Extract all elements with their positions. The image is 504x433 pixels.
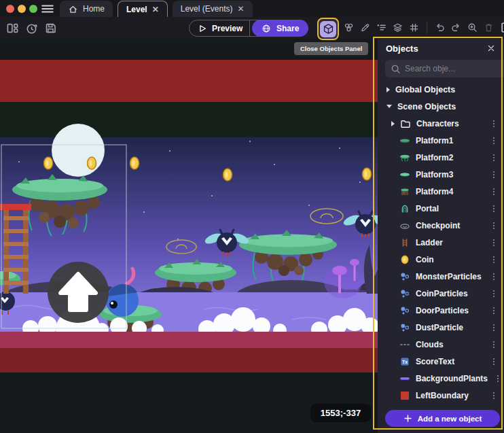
object-label: MonsterParticles [416, 272, 482, 281]
share-button[interactable]: Share [252, 20, 308, 37]
tab-home[interactable]: Home [60, 1, 113, 17]
row-menu-icon[interactable] [489, 289, 499, 298]
row-menu-icon[interactable] [489, 204, 499, 213]
object-label: Platform2 [416, 153, 453, 162]
object-row-platform1[interactable]: Platform1 [378, 132, 504, 149]
history-icon[interactable] [25, 22, 38, 35]
close-panel-icon[interactable] [486, 44, 496, 53]
row-menu-icon[interactable] [489, 136, 499, 145]
titlebar: Home Level ✕ Level (Events) ✕ [0, 0, 504, 17]
text-icon: Tx [399, 356, 410, 367]
row-menu-icon[interactable] [489, 272, 499, 281]
row-menu-icon[interactable] [489, 238, 499, 247]
row-menu-icon[interactable] [489, 340, 499, 349]
platform-block-icon [399, 186, 410, 197]
coin [223, 169, 232, 181]
edit-scene-icon[interactable] [500, 22, 504, 33]
panel-layout-icon[interactable] [6, 22, 19, 35]
caret-right-icon[interactable] [386, 87, 390, 92]
caret-down-icon[interactable] [386, 105, 392, 108]
menu-icon[interactable] [41, 3, 54, 15]
object-label: Ladder [416, 238, 443, 247]
redo-icon[interactable] [451, 22, 461, 33]
object-label: Characters [416, 119, 459, 128]
particles-icon [399, 271, 410, 282]
row-menu-icon[interactable] [489, 357, 499, 366]
coin [88, 157, 96, 169]
close-tab-icon[interactable]: ✕ [152, 5, 159, 14]
object-groups-icon[interactable] [344, 22, 354, 33]
trash-icon[interactable] [484, 22, 494, 33]
traffic-light-maximize[interactable] [29, 5, 37, 13]
gdevelop-window: 1553;-337 Home Level ✕ Level (Events) ✕ [0, 0, 504, 433]
tree-group-scene-objects[interactable]: Scene Objects [378, 98, 504, 115]
tab-strip: Home Level ✕ Level (Events) ✕ [60, 0, 253, 17]
row-menu-icon[interactable] [489, 187, 499, 196]
tab-level-events[interactable]: Level (Events) ✕ [173, 1, 253, 17]
object-row-coin[interactable]: Coin [378, 251, 504, 268]
object-label: Platform1 [416, 136, 453, 145]
instance-properties-icon[interactable] [376, 22, 386, 33]
home-icon [68, 4, 78, 14]
save-icon[interactable] [44, 22, 57, 35]
traffic-light-close[interactable] [6, 5, 14, 13]
objects-panel-toggle-button[interactable] [320, 21, 336, 37]
object-row-coinparticles[interactable]: CoinParticles [378, 285, 504, 302]
caret-right-icon[interactable] [391, 121, 395, 126]
purple-bar-icon [399, 373, 410, 384]
object-label: Checkpoint [416, 221, 460, 230]
tree-group-global-objects[interactable]: Global Objects [378, 81, 504, 98]
object-row-platform3[interactable]: Platform3 [378, 166, 504, 183]
object-row-platform2[interactable]: Platform2 [378, 149, 504, 166]
ladder-icon [399, 237, 410, 248]
object-label: LeftBoundary [416, 391, 469, 400]
jump-button[interactable] [48, 262, 109, 323]
object-row-clouds[interactable]: Clouds [378, 336, 504, 353]
object-row-portal[interactable]: Portal [378, 200, 504, 217]
row-menu-icon[interactable] [493, 374, 503, 383]
zoom-in-icon[interactable] [467, 22, 478, 33]
tab-level[interactable]: Level ✕ [118, 1, 168, 17]
layers-icon[interactable] [393, 22, 403, 33]
grid-icon[interactable] [409, 22, 419, 33]
edit-pencil-icon[interactable] [360, 22, 370, 33]
close-tab-icon[interactable]: ✕ [237, 5, 244, 13]
platform-flat-icon [399, 169, 410, 180]
objects-panel-icon [323, 23, 334, 35]
coin [130, 157, 139, 169]
object-label: DustParticle [416, 323, 463, 332]
object-row-dustparticle[interactable]: DustParticle [378, 319, 504, 336]
moon[interactable] [52, 124, 105, 177]
search-input[interactable] [405, 64, 504, 73]
svg-text:Tx: Tx [402, 359, 408, 364]
row-menu-icon[interactable] [489, 153, 499, 162]
undo-icon[interactable] [435, 22, 445, 33]
object-row-characters[interactable]: Characters [378, 115, 504, 132]
object-row-checkpoint[interactable]: Checkpoint [378, 217, 504, 234]
globe-icon [262, 24, 271, 33]
row-menu-icon[interactable] [489, 255, 499, 264]
row-menu-icon[interactable] [489, 170, 499, 179]
object-row-scoretext[interactable]: TxScoreText [378, 353, 504, 370]
object-label: Global Objects [395, 85, 455, 94]
search-box[interactable] [385, 60, 504, 77]
object-row-backgroundplants[interactable]: BackgroundPlants [378, 370, 504, 387]
red-square-icon [399, 390, 410, 401]
object-row-ladder[interactable]: Ladder [378, 234, 504, 251]
object-label: Clouds [416, 340, 444, 349]
object-row-platform4[interactable]: Platform4 [378, 183, 504, 200]
object-row-leftboundary[interactable]: LeftBoundary [378, 387, 504, 404]
object-row-monsterparticles[interactable]: MonsterParticles [378, 268, 504, 285]
row-menu-icon[interactable] [489, 306, 499, 315]
object-row-doorparticles[interactable]: DoorParticles [378, 302, 504, 319]
traffic-light-minimize[interactable] [18, 5, 26, 13]
toolbar-right-icons [344, 22, 504, 33]
coin-icon [399, 254, 410, 265]
row-menu-icon[interactable] [489, 323, 499, 332]
row-menu-icon[interactable] [489, 391, 499, 400]
row-menu-icon[interactable] [489, 119, 499, 128]
add-new-object-button[interactable]: Add a new object [385, 410, 500, 427]
tab-label: Level (Events) [181, 4, 233, 14]
row-menu-icon[interactable] [489, 221, 499, 230]
object-label: DoorParticles [416, 306, 469, 315]
